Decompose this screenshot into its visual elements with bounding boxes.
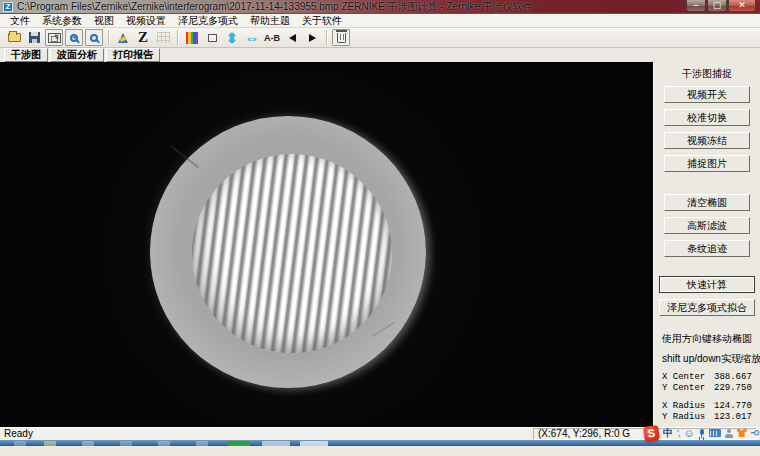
- capture-frame-button[interactable]: [45, 29, 63, 46]
- video-switch-button[interactable]: 视频开关: [664, 86, 750, 103]
- toolbar-separator: [326, 30, 327, 45]
- video-freeze-button[interactable]: 视频冻结: [664, 132, 750, 149]
- y-center-value: 229.750: [714, 383, 752, 394]
- tab-interferogram[interactable]: 干涉图: [4, 48, 48, 62]
- box-3d-button[interactable]: [203, 29, 221, 46]
- toolbar-separator: [108, 30, 109, 45]
- open-file-button[interactable]: [5, 29, 23, 46]
- flip-horizontal-button[interactable]: ⇔: [243, 29, 261, 46]
- save-floppy-icon: [29, 32, 40, 43]
- tab-print-report[interactable]: 打印报告: [106, 48, 160, 62]
- ellipse-values: X Center388.667 Y Center229.750 X Radius…: [654, 372, 760, 423]
- interferogram-canvas[interactable]: [0, 62, 653, 427]
- taskbar-running-app: [262, 441, 290, 446]
- control-panel: 干涉图捕捉 视频开关 校准切换 视频冻结 捕捉图片 清空椭圆 高斯滤波 条纹追迹…: [653, 62, 760, 427]
- grid-icon: [157, 32, 170, 43]
- gaussian-filter-button[interactable]: 高斯滤波: [664, 217, 750, 234]
- x-center-value: 388.667: [714, 372, 752, 383]
- y-radius-label: Y Radius: [662, 412, 714, 423]
- taskbar-icon-top: [82, 441, 94, 446]
- ab-label: A-B: [264, 33, 280, 43]
- box-3d-icon: [208, 34, 217, 42]
- menubar: 文件 系统参数 视图 视频设置 泽尼克多项式 帮助主题 关于软件: [0, 14, 760, 28]
- tab-wavefront-analysis[interactable]: 波面分析: [50, 48, 104, 62]
- chinese-mode-icon[interactable]: 中: [663, 426, 673, 440]
- titlebar: Z C:\Program Files\Zernike\Zernike\inter…: [0, 0, 760, 14]
- horizontal-arrows-icon: ⇔: [245, 31, 259, 45]
- calibration-toggle-button[interactable]: 校准切换: [664, 109, 750, 126]
- taskbar-icon-top: [158, 441, 170, 446]
- panel-section-title: 干涉图捕捉: [654, 67, 760, 81]
- zernike-z-button[interactable]: Z: [134, 29, 152, 46]
- fringe-trace-button[interactable]: 条纹追迹: [664, 240, 750, 257]
- menu-help-topics[interactable]: 帮助主题: [244, 14, 296, 28]
- zoom-out-icon: [90, 34, 98, 42]
- zoom-in-button[interactable]: [65, 29, 83, 46]
- z-letter-icon: Z: [138, 30, 148, 45]
- x-center-label: X Center: [662, 372, 714, 383]
- close-button[interactable]: ✕: [728, 0, 756, 12]
- grid-button[interactable]: [154, 29, 172, 46]
- taskbar-running-app: [300, 441, 328, 446]
- right-triangle-icon: [309, 34, 316, 42]
- save-file-button[interactable]: [25, 29, 43, 46]
- window-title: C:\Program Files\Zernike\Zernike\interfe…: [17, 0, 533, 14]
- app-icon: Z: [3, 2, 13, 12]
- ab-compare-button[interactable]: A-B: [263, 29, 281, 46]
- emoji-icon[interactable]: ☺: [683, 427, 694, 439]
- x-radius-label: X Radius: [662, 401, 714, 412]
- y-radius-value: 123.017: [714, 412, 752, 423]
- sogou-logo-icon[interactable]: S: [643, 425, 660, 442]
- fast-compute-button[interactable]: 快速计算: [659, 276, 755, 293]
- delete-button[interactable]: [332, 29, 350, 46]
- zoom-out-button[interactable]: [85, 29, 103, 46]
- left-triangle-icon: [289, 34, 296, 42]
- toolbar-separator: [177, 30, 178, 45]
- app-window: Z C:\Program Files\Zernike\Zernike\inter…: [0, 0, 760, 456]
- open-folder-icon: [8, 33, 21, 42]
- hint-shift-zoom: shift up/down实现缩放: [654, 352, 760, 366]
- menu-system-params[interactable]: 系统参数: [36, 14, 88, 28]
- menu-zernike-polynomial[interactable]: 泽尼克多项式: [172, 14, 244, 28]
- maximize-button[interactable]: ▢: [707, 0, 727, 12]
- menu-view[interactable]: 视图: [88, 14, 120, 28]
- status-ready-text: Ready: [4, 428, 33, 440]
- previous-button[interactable]: [283, 29, 301, 46]
- taskbar-icon-top: [44, 441, 56, 446]
- trash-icon: [337, 33, 346, 43]
- toolbar: Z ⇕ ⇔ A-B: [0, 28, 760, 48]
- menu-file[interactable]: 文件: [4, 14, 36, 28]
- skin-icon[interactable]: [737, 429, 747, 437]
- fringe-pattern-disk: [192, 154, 392, 353]
- menu-about[interactable]: 关于软件: [296, 14, 348, 28]
- punctuation-mode-icon[interactable]: ’,: [677, 428, 680, 438]
- capture-frame-icon: [48, 33, 61, 43]
- draw-pen-button[interactable]: [114, 29, 132, 46]
- soft-keyboard-icon[interactable]: [709, 429, 721, 437]
- flip-vertical-button[interactable]: ⇕: [223, 29, 241, 46]
- minimize-button[interactable]: –: [686, 0, 706, 12]
- taskbar-running-app: [228, 441, 250, 446]
- taskbar-icon-top: [120, 441, 132, 446]
- taskbar-icon-top: [14, 441, 26, 446]
- status-bar: Ready (X:674, Y:296, R:0 G S 中 ’, ☺ ⚲: [0, 427, 760, 440]
- colormap-button[interactable]: [183, 29, 201, 46]
- settings-wrench-icon[interactable]: ⚲: [749, 429, 759, 436]
- zernike-fit-button[interactable]: 泽尼克多项式拟合: [659, 299, 755, 316]
- pen-icon: [118, 33, 128, 43]
- vertical-arrows-icon: ⇕: [226, 31, 238, 45]
- zoom-in-icon: [70, 34, 78, 42]
- account-icon[interactable]: [725, 429, 733, 438]
- taskbar-icon-top: [196, 441, 208, 446]
- microphone-icon[interactable]: [699, 429, 705, 438]
- hint-move-ellipse: 使用方向键移动椭圆: [654, 332, 760, 346]
- clear-ellipse-button[interactable]: 清空椭圆: [664, 194, 750, 211]
- rainbow-bars-icon: [186, 32, 198, 44]
- x-radius-value: 124.770: [714, 401, 752, 412]
- tab-bar: 干涉图 波面分析 打印报告: [0, 48, 760, 62]
- next-button[interactable]: [303, 29, 321, 46]
- menu-video-settings[interactable]: 视频设置: [120, 14, 172, 28]
- input-method-tray: S 中 ’, ☺ ⚲: [644, 425, 758, 441]
- capture-image-button[interactable]: 捕捉图片: [664, 155, 750, 172]
- y-center-label: Y Center: [662, 383, 714, 394]
